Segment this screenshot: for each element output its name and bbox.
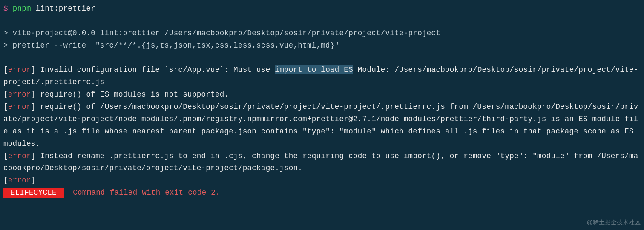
selected-text[interactable]: import to load ES — [275, 65, 353, 74]
bracket-open: [ — [3, 90, 8, 99]
error-text-pre: Invalid configuration file `src/App.vue`… — [36, 65, 275, 74]
bracket-close: ] — [31, 90, 36, 99]
bracket-open: [ — [3, 65, 8, 74]
error-text: Instead rename .prettierrc.js to end in … — [3, 152, 638, 173]
blank-line — [3, 52, 641, 64]
lifecycle-line: ELIFECYCLE Command failed with exit code… — [3, 187, 641, 199]
command-line: $ pnpm lint:prettier — [3, 3, 641, 15]
bracket-close: ] — [31, 152, 36, 160]
error-line-3: [error] require() of /Users/macbookpro/D… — [3, 101, 641, 150]
command-pnpm: pnpm — [13, 4, 31, 13]
bracket-close: ] — [31, 102, 36, 111]
bracket-open: [ — [3, 176, 8, 185]
error-line-2: [error] require() of ES modules is not s… — [3, 88, 641, 101]
bracket-open: [ — [3, 152, 8, 160]
error-line-4: [error] Instead rename .prettierrc.js to… — [3, 150, 641, 175]
error-tag: error — [8, 90, 31, 99]
elifecycle-badge: ELIFECYCLE — [3, 188, 64, 198]
blank-line — [3, 15, 641, 27]
command-args: lint:prettier — [31, 4, 95, 13]
error-line-1: [error] Invalid configuration file `src/… — [3, 64, 641, 88]
error-line-5: [error] — [3, 174, 641, 187]
prompt-symbol: $ — [3, 4, 8, 13]
error-tag: error — [8, 152, 31, 160]
lifecycle-message: Command failed with exit code 2. — [68, 188, 220, 197]
error-tag: error — [8, 102, 31, 111]
terminal-output[interactable]: $ pnpm lint:prettier > vite-project@0.0.… — [3, 3, 641, 199]
error-tag: error — [8, 65, 31, 74]
error-tag: error — [8, 176, 31, 185]
bracket-close: ] — [31, 65, 36, 74]
watermark: @稀土掘金技术社区 — [587, 218, 641, 227]
script-echo-line-2: > prettier --write "src/**/*.{js,ts,json… — [3, 40, 641, 52]
error-text: require() of /Users/macbookpro/Desktop/s… — [3, 102, 638, 148]
bracket-close: ] — [31, 176, 36, 185]
bracket-open: [ — [3, 102, 8, 111]
error-text: require() of ES modules is not supported… — [36, 90, 229, 99]
script-echo-line-1: > vite-project@0.0.0 lint:prettier /User… — [3, 27, 641, 40]
